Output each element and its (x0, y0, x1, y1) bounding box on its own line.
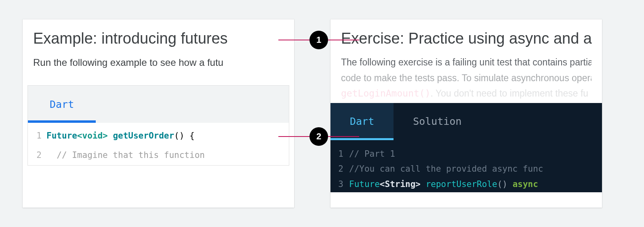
example-card: Example: introducing futures Run the fol… (23, 19, 294, 208)
example-body-text: Run the following example to see how a f… (23, 55, 294, 85)
code-line: 1 // Part 1 (330, 147, 602, 162)
comparison-figure: Example: introducing futures Run the fol… (23, 19, 621, 208)
exercise-body-line: code to make the tests pass. To simulate… (341, 71, 591, 85)
line-number: 3 (330, 177, 349, 192)
callout-2: 2 (278, 127, 359, 146)
line-number: 1 (28, 126, 46, 145)
code-line: 2 //You can call the provided async func (330, 162, 602, 177)
callout-badge-2: 2 (309, 127, 328, 146)
code-line: 3 Future<String> reportUserRole() async (330, 177, 602, 192)
line-number: 1 (330, 147, 349, 162)
callout-connector (328, 40, 359, 40)
line-number: 2 (330, 162, 349, 177)
exercise-tabs: Dart Solution (330, 103, 602, 140)
example-heading: Example: introducing futures (23, 19, 294, 55)
example-tabs: Dart (28, 86, 289, 123)
example-code-area[interactable]: 1 Future<void> getUserOrder() { 2 // Ima… (28, 123, 289, 165)
exercise-body-line: The following exercise is a failing unit… (341, 55, 591, 69)
exercise-body-line: getLoginAmount(). You don't need to impl… (341, 86, 591, 101)
tab-solution[interactable]: Solution (394, 103, 481, 140)
code-line: 1 Future<void> getUserOrder() { (28, 126, 289, 145)
exercise-editor: Dart Solution 1 // Part 1 2 //You can ca… (330, 103, 602, 192)
callout-1: 1 (278, 31, 359, 49)
exercise-card: Exercise: Practice using async and a The… (330, 19, 602, 208)
tab-dart[interactable]: Dart (28, 86, 96, 123)
callout-badge-1: 1 (309, 31, 328, 49)
exercise-heading: Exercise: Practice using async and a (330, 19, 602, 55)
callout-connector (278, 136, 309, 137)
code-line: 2 // Imagine that this function (28, 145, 289, 165)
exercise-code-area[interactable]: 1 // Part 1 2 //You can call the provide… (330, 140, 602, 192)
example-editor: Dart 1 Future<void> getUserOrder() { 2 /… (27, 85, 289, 166)
callout-connector (278, 40, 309, 40)
exercise-body-text: The following exercise is a failing unit… (330, 55, 602, 102)
callout-connector (328, 136, 359, 137)
line-number: 2 (28, 145, 46, 165)
